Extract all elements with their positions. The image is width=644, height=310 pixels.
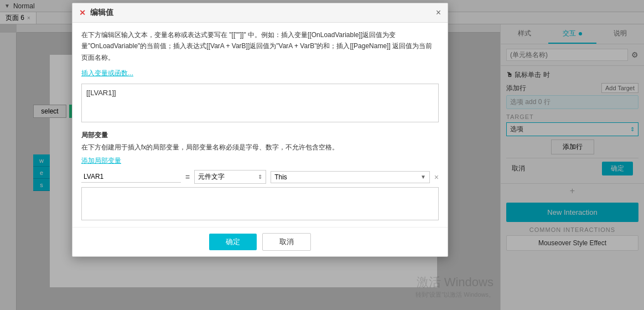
local-var-name-input[interactable] [81, 171, 181, 183]
modal-body: 在下方编辑区输入文本，变量名称或表达式要写在 "[[""]]" 中。例如：插入变… [72, 23, 448, 227]
local-var-description: 在下方创建用于插入fx的局部变量，局部变量名称必须是字母、数字，不允许包含空格。 [81, 142, 439, 153]
modal-overlay: ✕ 编辑值 × 在下方编辑区输入文本，变量名称或表达式要写在 "[[""]]" … [0, 0, 644, 310]
var-value-select[interactable]: This ▼ [271, 171, 430, 183]
remove-var-button[interactable]: × [434, 173, 439, 182]
var-type-arrow-icon: ⇕ [258, 174, 262, 180]
modal-cancel-button[interactable]: 取消 [262, 233, 311, 251]
modal-description: 在下方编辑区输入文本，变量名称或表达式要写在 "[[""]]" 中。例如：插入变… [81, 29, 439, 63]
modal-dialog: ✕ 编辑值 × 在下方编辑区输入文本，变量名称或表达式要写在 "[[""]]" … [72, 3, 448, 257]
modal-editor-textarea[interactable] [81, 84, 439, 122]
modal-title: 编辑值 [90, 8, 113, 18]
modal-footer: 确定 取消 [72, 227, 448, 256]
equals-sign: = [185, 173, 190, 182]
local-var-row: = 元件文字 ⇕ This ▼ × [81, 170, 439, 184]
var-type-select[interactable]: 元件文字 ⇕ [194, 170, 266, 184]
insert-var-link[interactable]: 插入变量或函数... [81, 69, 133, 78]
local-var-section: 局部变量 在下方创建用于插入fx的局部变量，局部变量名称必须是字母、数字，不允许… [81, 131, 439, 220]
modal-header: ✕ 编辑值 × [72, 3, 448, 23]
modal-confirm-button[interactable]: 确定 [209, 234, 257, 250]
modal-title-area: ✕ 编辑值 [79, 8, 113, 18]
var-value-arrow-icon: ▼ [420, 174, 426, 180]
var-value-text: This [274, 173, 287, 181]
modal-x-icon: ✕ [79, 8, 86, 17]
add-local-var-link[interactable]: 添加局部变量 [81, 156, 121, 166]
var-type-value: 元件文字 [198, 172, 225, 182]
modal-close-button[interactable]: × [436, 8, 441, 17]
local-var-title: 局部变量 [81, 131, 439, 140]
local-var-extra-box [81, 187, 439, 220]
